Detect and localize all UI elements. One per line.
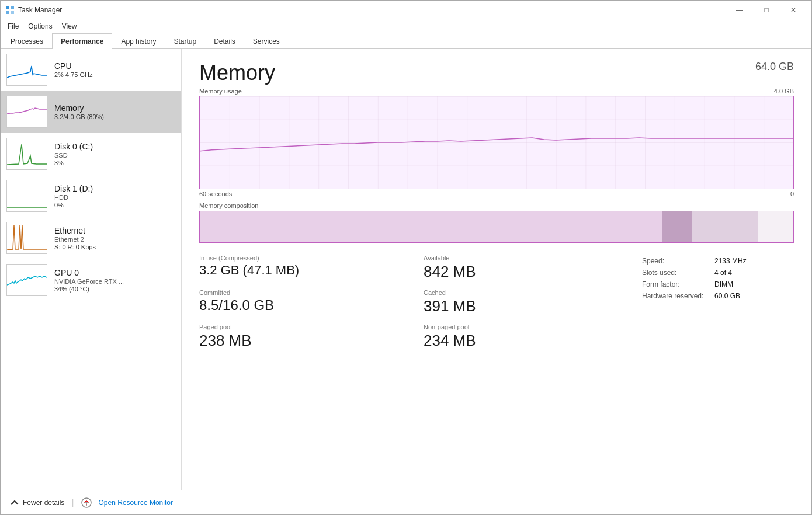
chart-max-label: 4.0 GB [774,88,794,95]
disk0-info: Disk 0 (C:) SSD 3% [54,142,175,166]
reserved-row: Hardware reserved: 60.0 GB [642,292,794,300]
disk0-name: Disk 0 (C:) [54,142,175,151]
chart-svg [200,96,793,189]
disk0-val: 3% [54,159,175,166]
sidebar-item-disk0[interactable]: Disk 0 (C:) SSD 3% [1,133,181,175]
committed-stat: Committed 8.5/16.0 GB [199,289,406,315]
ethernet-thumbnail [6,222,47,254]
composition-section: Memory composition [199,202,794,243]
right-stats: Speed: 2133 MHz Slots used: 4 of 4 Form … [642,255,794,350]
usage-label: Memory usage [199,88,242,95]
disk1-thumbnail [6,180,47,212]
cpu-value: 2% 4.75 GHz [54,71,175,78]
window-controls: — □ ✕ [726,1,807,19]
svg-rect-1 [11,6,14,9]
chart-label-row: Memory usage 4.0 GB [199,88,794,95]
ethernet-info: Ethernet Ethernet 2 S: 0 R: 0 Kbps [54,226,175,250]
maximize-button[interactable]: □ [753,1,780,19]
sidebar: CPU 2% 4.75 GHz Memory 3.2/4.0 GB (80%) [1,49,182,490]
composition-label: Memory composition [199,202,794,209]
gpu-val: 34% (40 °C) [54,286,175,293]
paged-pool-label: Paged pool [199,323,406,330]
ethernet-sub: Ethernet 2 [54,236,175,243]
available-label: Available [424,255,630,262]
non-paged-pool-label: Non-paged pool [424,323,630,330]
resource-monitor-icon [81,497,92,508]
chart-axis-labels: 60 seconds 0 [199,190,794,197]
minimize-button[interactable]: — [726,1,753,19]
cpu-info: CPU 2% 4.75 GHz [54,61,175,78]
fewer-details-label: Fewer details [23,499,64,507]
sidebar-item-memory[interactable]: Memory 3.2/4.0 GB (80%) [1,91,181,133]
reserved-value: 60.0 GB [714,292,740,300]
cached-value: 391 MB [424,297,630,315]
available-stat: Available 842 MB [424,255,630,281]
sidebar-item-gpu[interactable]: GPU 0 NVIDIA GeForce RTX ... 34% (40 °C) [1,259,181,301]
svg-rect-9 [7,265,47,295]
tab-app-history[interactable]: App history [112,33,165,49]
form-value: DIMM [714,280,733,288]
window-title: Task Manager [18,6,726,14]
svg-rect-11 [200,96,793,189]
gpu-info: GPU 0 NVIDIA GeForce RTX ... 34% (40 °C) [54,268,175,293]
cpu-name: CPU [54,61,175,71]
min-label: 0 [790,190,794,197]
committed-value: 8.5/16.0 GB [199,297,406,314]
comp-modified [662,211,692,242]
sidebar-item-cpu[interactable]: CPU 2% 4.75 GHz [1,49,181,91]
committed-label: Committed [199,289,406,296]
cached-stat: Cached 391 MB [424,289,630,315]
tab-details[interactable]: Details [205,33,244,49]
main-content: CPU 2% 4.75 GHz Memory 3.2/4.0 GB (80%) [1,49,811,490]
speed-row: Speed: 2133 MHz [642,257,794,265]
close-button[interactable]: ✕ [780,1,807,19]
sidebar-item-ethernet[interactable]: Ethernet Ethernet 2 S: 0 R: 0 Kbps [1,217,181,259]
reserved-label: Hardware reserved: [642,292,712,300]
comp-in-use [200,211,662,242]
paged-pool-stat: Paged pool 238 MB [199,323,406,350]
non-paged-pool-stat: Non-paged pool 234 MB [424,323,630,350]
slots-label: Slots used: [642,269,712,277]
memory-info: Memory 3.2/4.0 GB (80%) [54,103,175,120]
menubar: File Options View [1,19,811,33]
cpu-thumbnail [6,54,47,86]
menu-file[interactable]: File [3,21,23,32]
footer: Fewer details | Open Resource Monitor [1,490,811,514]
ethernet-name: Ethernet [54,226,175,235]
gpu-thumbnail [6,264,47,296]
content-header: Memory 64.0 GB [199,61,794,85]
content-total: 64.0 GB [755,61,794,73]
form-row: Form factor: DIMM [642,280,794,288]
tabbar: Processes Performance App history Startu… [1,33,811,49]
menu-options[interactable]: Options [23,21,57,32]
cached-label: Cached [424,289,630,296]
fewer-details-button[interactable]: Fewer details [10,498,64,507]
sidebar-item-disk1[interactable]: Disk 1 (D:) HDD 0% [1,175,181,217]
disk1-val: 0% [54,201,175,208]
time-label: 60 seconds [199,190,232,197]
tab-startup[interactable]: Startup [165,33,205,49]
tab-processes[interactable]: Processes [2,33,52,49]
form-label: Form factor: [642,280,712,288]
chevron-up-icon [10,498,19,507]
speed-value: 2133 MHz [714,257,747,265]
memory-chart [199,96,794,189]
disk1-info: Disk 1 (D:) HDD 0% [54,184,175,208]
disk1-name: Disk 1 (D:) [54,184,175,193]
gpu-sub: NVIDIA GeForce RTX ... [54,278,175,285]
comp-free [758,211,793,242]
svg-rect-2 [6,11,9,14]
titlebar: Task Manager — □ ✕ [1,1,811,19]
open-resource-monitor-link[interactable]: Open Resource Monitor [99,499,173,507]
menu-view[interactable]: View [57,21,82,32]
svg-rect-7 [7,180,47,211]
svg-rect-4 [7,54,47,85]
in-use-stat: In use (Compressed) 3.2 GB (47.1 MB) [199,255,406,281]
slots-value: 4 of 4 [714,269,732,277]
memory-name: Memory [54,103,175,113]
footer-separator: | [71,497,74,508]
svg-rect-5 [7,96,47,127]
tab-services[interactable]: Services [244,33,289,49]
tab-performance[interactable]: Performance [52,33,112,49]
left-stats: In use (Compressed) 3.2 GB (47.1 MB) Ava… [199,255,630,350]
